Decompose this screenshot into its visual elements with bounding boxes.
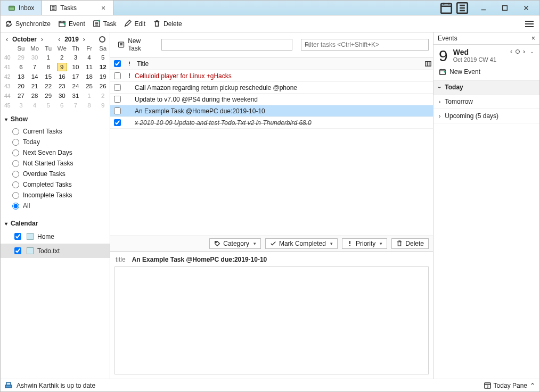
month-prev-button[interactable]: ‹ [5,36,9,43]
show-option[interactable]: Next Seven Days [1,147,110,158]
tab-inbox[interactable]: Inbox [1,1,42,15]
calendar-day[interactable]: 2 [96,91,110,101]
calendar-day[interactable]: 4 [83,53,96,62]
detail-delete-button[interactable]: Delete [391,238,429,249]
year-prev-button[interactable]: ‹ [57,36,61,43]
show-radio[interactable] [12,171,19,178]
close-window-button[interactable] [516,1,536,15]
mini-calendar[interactable]: SuMoTuWeThFrSa40293012345416789101112421… [1,44,110,110]
calendar-day[interactable]: 24 [69,81,83,91]
task-detail-body[interactable] [114,266,429,374]
maximize-button[interactable] [495,1,515,15]
new-event-button[interactable]: New Event [433,64,539,80]
show-radio[interactable] [12,160,19,167]
show-option[interactable]: Completed Tasks [1,179,110,190]
events-prev-button[interactable]: ‹ [510,48,512,55]
calendar-day[interactable]: 28 [28,91,42,101]
calendar-day[interactable]: 2 [55,53,69,62]
calendar-day[interactable]: 9 [96,101,110,110]
calendar-day[interactable]: 10 [69,62,83,72]
tasks-shortcut-icon[interactable] [455,1,469,15]
new-task-button[interactable]: New Task [114,36,157,54]
column-picker-icon[interactable] [423,61,433,67]
category-button[interactable]: Category▾ [209,238,261,249]
show-radio[interactable] [12,128,19,135]
calendar-day[interactable]: 30 [28,53,42,62]
task-checkbox[interactable] [114,72,121,79]
calendar-section-header[interactable]: ▾ Calendar [1,214,110,229]
calendar-day[interactable]: 15 [42,72,55,81]
calendar-day[interactable]: 6 [14,62,28,72]
today-pane-toggle[interactable]: 9 Today Pane ⌃ [484,382,535,389]
show-radio[interactable] [12,139,19,146]
calendar-day[interactable]: 31 [69,91,83,101]
year-next-button[interactable]: › [82,36,86,43]
calendar-day[interactable]: 8 [83,101,96,110]
show-option[interactable]: Today [1,137,110,147]
event-button[interactable]: Event [58,20,85,28]
events-section[interactable]: ›Today [433,80,539,95]
minimize-button[interactable] [473,1,494,15]
task-checkbox[interactable] [114,107,121,114]
calendar-day[interactable]: 7 [69,101,83,110]
task-row[interactable]: Call Amazon regarding return pickup resc… [110,82,433,94]
events-close-button[interactable]: × [531,35,535,42]
task-button[interactable]: Task [93,20,117,28]
show-radio[interactable] [12,203,19,210]
today-button[interactable] [99,36,105,43]
show-option[interactable]: Not Started Tasks [1,158,110,169]
calendar-day[interactable]: 19 [96,72,110,81]
show-option[interactable]: Incomplete Tasks [1,190,110,201]
calendar-day[interactable]: 1 [42,53,55,62]
show-option[interactable]: Overdue Tasks [1,169,110,179]
calendar-day[interactable]: 3 [69,53,83,62]
calendar-day[interactable]: 26 [96,81,110,91]
calendar-checkbox[interactable] [14,233,21,240]
calendar-day[interactable]: 16 [55,72,69,81]
filter-tasks-input[interactable] [301,39,429,51]
show-section-header[interactable]: ▾ Show [1,110,110,125]
calendar-day[interactable]: 25 [83,81,96,91]
calendar-day[interactable]: 22 [42,81,55,91]
calendar-item[interactable]: Todo.txt [1,244,110,258]
task-checkbox[interactable] [114,84,121,91]
calendar-day[interactable]: 4 [28,101,42,110]
tab-tasks[interactable]: Tasks × [42,1,113,15]
calendar-day[interactable]: 21 [28,81,42,91]
calendar-day[interactable]: 30 [55,91,69,101]
header-checkbox[interactable] [110,59,124,69]
calendar-day[interactable]: 5 [42,101,55,110]
show-radio[interactable] [12,192,19,199]
task-row[interactable]: x 2019-10-09 Update and test Todo.Txt v2… [110,117,433,129]
calendar-day[interactable]: 12 [96,62,110,72]
calendar-day[interactable]: 5 [96,53,110,62]
calendar-item[interactable]: Home [1,229,110,244]
events-section[interactable]: ›Upcoming (5 days) [433,109,539,123]
show-radio[interactable] [12,149,19,156]
mark-completed-button[interactable]: Mark Completed▾ [265,238,338,249]
events-section[interactable]: ›Tomorrow [433,95,539,109]
task-checkbox[interactable] [114,96,121,103]
calendar-day[interactable]: 11 [83,62,96,72]
header-priority-icon[interactable] [124,61,135,66]
new-task-input[interactable] [161,39,292,51]
calendar-day[interactable]: 6 [55,101,69,110]
events-next-button[interactable]: › [523,48,525,55]
calendar-day[interactable]: 18 [83,72,96,81]
task-row[interactable]: An Example Task @HomePC due:2019-10-10 [110,105,433,117]
task-row[interactable]: Update to v7.00 @PS4 during the weekend [110,94,433,105]
calendar-day[interactable]: 29 [42,91,55,101]
month-next-button[interactable]: › [40,36,44,43]
app-menu-button[interactable] [523,21,535,27]
delete-button[interactable]: Delete [153,20,182,28]
events-expand-button[interactable]: ⌄ [530,49,534,54]
events-today-button[interactable] [516,49,520,54]
calendar-day[interactable]: 7 [28,62,42,72]
show-option[interactable]: All [1,201,110,211]
calendar-day[interactable]: 17 [69,72,83,81]
task-row[interactable]: !Celluloid player for Linux +gHacks [110,70,433,82]
calendar-day[interactable]: 23 [55,81,69,91]
calendar-day[interactable]: 13 [14,72,28,81]
calendar-day[interactable]: 9 [55,62,69,72]
priority-button[interactable]: Priority▾ [342,238,387,249]
